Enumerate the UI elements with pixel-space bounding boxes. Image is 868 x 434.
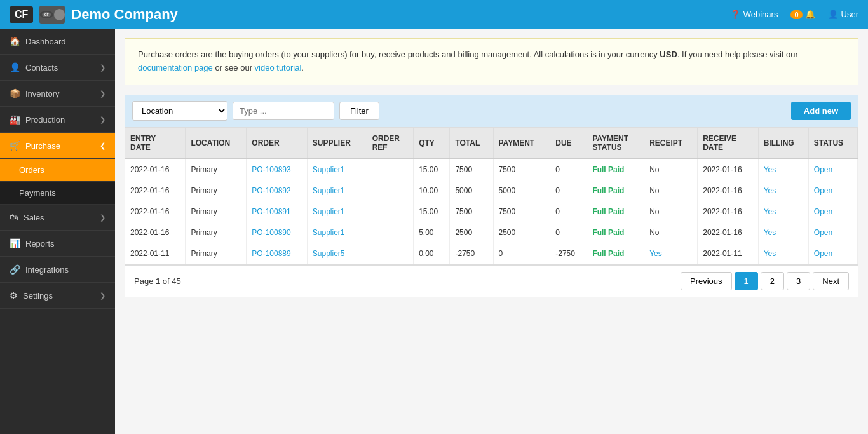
cell-payment: 7500 <box>493 201 550 222</box>
svg-text:CF: CF <box>44 13 50 17</box>
cell-status[interactable]: Open <box>808 222 857 243</box>
cell-qty: 15.00 <box>414 201 450 222</box>
page-label: Page <box>134 276 153 286</box>
sidebar-item-inventory[interactable]: 📦 Inventory ❯ <box>0 81 115 107</box>
cell-location: Primary <box>186 180 247 201</box>
main-layout: 🏠 Dashboard 👤 Contacts ❯ 📦 Inventory ❯ 🏭… <box>0 29 868 434</box>
sidebar-item-contacts[interactable]: 👤 Contacts ❯ <box>0 55 115 81</box>
cell-qty: 0.00 <box>414 243 450 264</box>
sidebar-submenu-orders[interactable]: Orders <box>0 159 115 182</box>
cell-billing[interactable]: Yes <box>758 180 808 201</box>
cell-status[interactable]: Open <box>808 201 857 222</box>
cell-order[interactable]: PO-100892 <box>247 180 307 201</box>
sidebar-label-inventory: Inventory <box>25 89 59 98</box>
chevron-right-icon: ❯ <box>100 116 105 124</box>
currency-label: USD <box>660 50 677 59</box>
cell-receive-date: 2022-01-16 <box>698 201 758 222</box>
cell-billing[interactable]: Yes <box>758 222 808 243</box>
table-row: 2022-01-11 Primary PO-100889 Supplier5 0… <box>125 243 858 264</box>
cell-billing[interactable]: Yes <box>758 159 808 180</box>
cell-billing[interactable]: Yes <box>758 201 808 222</box>
cell-supplier[interactable]: Supplier1 <box>307 222 367 243</box>
col-order-ref: ORDERREF <box>367 128 414 159</box>
sidebar-item-reports[interactable]: 📊 Reports <box>0 231 115 257</box>
cell-receipt[interactable]: Yes <box>644 243 698 264</box>
sidebar-label-reports: Reports <box>25 239 55 248</box>
cell-payment-status: Full Paid <box>587 201 644 222</box>
cell-billing[interactable]: Yes <box>758 243 808 264</box>
total-pages: 45 <box>172 276 180 286</box>
add-new-button[interactable]: Add new <box>791 102 851 120</box>
page-button-1[interactable]: 1 <box>735 272 758 290</box>
cell-order[interactable]: PO-100890 <box>247 222 307 243</box>
user-button[interactable]: 👤 User <box>828 10 858 19</box>
cell-order[interactable]: PO-100891 <box>247 201 307 222</box>
cell-receive-date: 2022-01-11 <box>698 243 758 264</box>
table-row: 2022-01-16 Primary PO-100891 Supplier1 1… <box>125 201 858 222</box>
cell-supplier[interactable]: Supplier1 <box>307 159 367 180</box>
cell-receive-date: 2022-01-16 <box>698 159 758 180</box>
purchase-submenu: Orders Payments <box>0 159 115 205</box>
col-billing: BILLING <box>758 128 808 159</box>
sidebar: 🏠 Dashboard 👤 Contacts ❯ 📦 Inventory ❯ 🏭… <box>0 29 115 434</box>
cell-supplier[interactable]: Supplier1 <box>307 201 367 222</box>
type-input[interactable] <box>233 102 334 120</box>
col-payment-status: PAYMENTSTATUS <box>587 128 644 159</box>
col-location: LOCATION <box>186 128 247 159</box>
top-bar-right: ❓ Webinars 0 🔔 👤 User <box>730 10 858 19</box>
sidebar-item-integrations[interactable]: 🔗 Integrations <box>0 257 115 283</box>
previous-button[interactable]: Previous <box>681 272 732 290</box>
cell-status[interactable]: Open <box>808 159 857 180</box>
cell-order-ref <box>367 222 414 243</box>
cell-due: 0 <box>550 222 587 243</box>
next-button[interactable]: Next <box>813 272 849 290</box>
cell-order-ref <box>367 201 414 222</box>
cell-due: 0 <box>550 159 587 180</box>
cell-entry-date: 2022-01-16 <box>125 159 186 180</box>
cell-payment: 2500 <box>493 222 550 243</box>
sidebar-submenu-payments[interactable]: Payments <box>0 182 115 205</box>
filter-button[interactable]: Filter <box>339 102 379 120</box>
cell-payment: 5000 <box>493 180 550 201</box>
cell-location: Primary <box>186 201 247 222</box>
table-row: 2022-01-16 Primary PO-100893 Supplier1 1… <box>125 159 858 180</box>
col-qty: QTY <box>414 128 450 159</box>
cell-status[interactable]: Open <box>808 243 857 264</box>
sidebar-item-sales[interactable]: 🛍 Sales ❯ <box>0 205 115 231</box>
cell-qty: 10.00 <box>414 180 450 201</box>
cell-order[interactable]: PO-100889 <box>247 243 307 264</box>
cell-order[interactable]: PO-100893 <box>247 159 307 180</box>
cell-supplier[interactable]: Supplier1 <box>307 180 367 201</box>
integrations-icon: 🔗 <box>10 264 20 275</box>
sidebar-label-sales: Sales <box>24 213 44 222</box>
cell-location: Primary <box>186 243 247 264</box>
logo-area: CF CF Demo Company <box>10 6 730 24</box>
cell-order-ref <box>367 159 414 180</box>
cell-supplier[interactable]: Supplier5 <box>307 243 367 264</box>
chevron-right-icon: ❯ <box>100 64 105 72</box>
of-label: of <box>163 276 170 286</box>
sidebar-label-integrations: Integrations <box>25 265 69 275</box>
documentation-link[interactable]: documentation page <box>138 63 213 72</box>
question-icon: ❓ <box>730 10 740 19</box>
cell-status[interactable]: Open <box>808 180 857 201</box>
page-button-3[interactable]: 3 <box>787 272 810 290</box>
sidebar-item-purchase[interactable]: 🛒 Purchase ❮ <box>0 133 115 159</box>
cell-payment-status: Full Paid <box>587 222 644 243</box>
sidebar-item-production[interactable]: 🏭 Production ❯ <box>0 107 115 133</box>
cell-due: -2750 <box>550 243 587 264</box>
notification-button[interactable]: 0 🔔 <box>790 10 815 19</box>
page-button-2[interactable]: 2 <box>761 272 784 290</box>
video-tutorial-link[interactable]: video tutorial <box>255 63 302 72</box>
sidebar-item-settings[interactable]: ⚙ Settings ❯ <box>0 283 115 309</box>
webinars-button[interactable]: ❓ Webinars <box>730 10 778 19</box>
sidebar-item-dashboard[interactable]: 🏠 Dashboard <box>0 29 115 55</box>
cell-qty: 5.00 <box>414 222 450 243</box>
cell-receipt: No <box>644 201 698 222</box>
cell-total: 2500 <box>450 222 493 243</box>
cell-receive-date: 2022-01-16 <box>698 222 758 243</box>
sidebar-label-dashboard: Dashboard <box>25 37 66 46</box>
info-text-4: . <box>301 63 304 72</box>
location-select[interactable]: Location Primary Secondary <box>132 101 227 121</box>
sidebar-label-production: Production <box>25 115 65 125</box>
